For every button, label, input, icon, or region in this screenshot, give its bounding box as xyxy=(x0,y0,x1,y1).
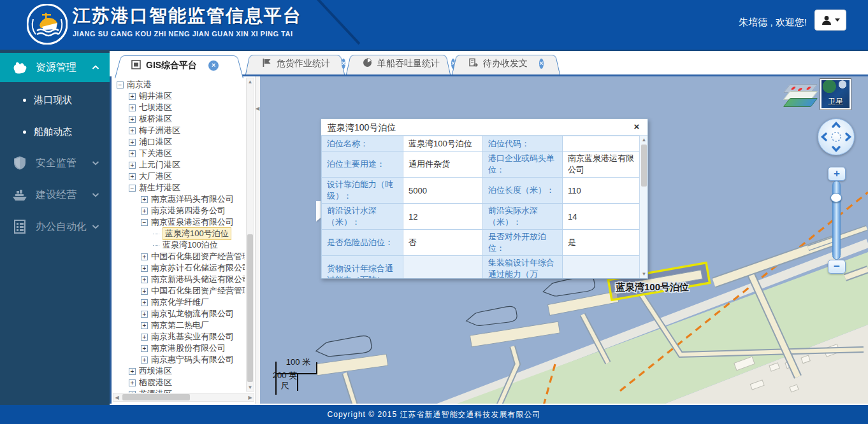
expand-node-icon[interactable]: + xyxy=(141,322,148,329)
tree-node-label[interactable]: 南京第二热电厂 xyxy=(151,320,209,331)
expand-node-icon[interactable]: + xyxy=(129,173,136,180)
scroll-thumb[interactable] xyxy=(122,394,190,400)
expand-node-icon[interactable]: + xyxy=(141,299,148,306)
tree-node-label[interactable]: 蓝泉湾100号泊位 xyxy=(163,227,231,240)
panel-splitter[interactable]: ◀ xyxy=(255,76,260,404)
tree-node-18[interactable]: +中国石化集团资产经营管理有 xyxy=(114,285,245,297)
tree-node-8[interactable]: +大厂港区 xyxy=(114,171,245,182)
expand-node-icon[interactable]: + xyxy=(129,127,136,134)
tree-node-label[interactable]: 南京港第四港务公司 xyxy=(151,205,226,216)
tree-node-label[interactable]: 中国石化集团资产经营管理有 xyxy=(151,285,245,297)
expand-node-icon[interactable]: + xyxy=(129,139,136,146)
expand-node-icon[interactable]: + xyxy=(141,276,148,283)
expand-node-icon[interactable]: + xyxy=(141,288,148,295)
expand-node-icon[interactable]: + xyxy=(129,104,136,111)
tree-node-label[interactable]: 栖霞港区 xyxy=(139,377,172,388)
tree-node-label[interactable]: 南京蓝泉港运有限公司 xyxy=(151,216,234,228)
tree-node-label[interactable]: 浦口港区 xyxy=(139,136,172,148)
tree-node-label[interactable]: 南京苏计石化储运有限公司 xyxy=(151,262,245,274)
tree-node-label[interactable]: 南京化学纤维厂 xyxy=(151,297,209,308)
scroll-left-icon[interactable]: ◀ xyxy=(113,394,120,401)
tree-node-label[interactable]: 新生圩港区 xyxy=(139,182,180,194)
tree-node-14[interactable]: 蓝泉湾100泊位 xyxy=(114,239,245,251)
tree-node-label[interactable]: 板桥港区 xyxy=(139,113,172,125)
tree-node-16[interactable]: +南京苏计石化储运有限公司 xyxy=(114,262,245,274)
sidebar-item-2[interactable]: 建设经营 xyxy=(0,180,110,209)
tree-node-label[interactable]: 南京港 xyxy=(127,79,152,90)
tab-close-icon[interactable]: × xyxy=(208,60,219,71)
tree-node-26[interactable]: +栖霞港区 xyxy=(114,377,245,388)
scroll-right-icon[interactable]: ▶ xyxy=(247,394,254,401)
tree-node-label[interactable]: 大厂港区 xyxy=(139,171,172,182)
tree-node-13[interactable]: 蓝泉湾100号泊位 xyxy=(114,228,245,239)
tree-node-label[interactable]: 下关港区 xyxy=(139,148,172,159)
layers-control-icon[interactable] xyxy=(783,84,818,111)
tree-node-19[interactable]: +南京化学纤维厂 xyxy=(114,297,245,308)
expand-node-icon[interactable]: + xyxy=(141,311,148,318)
tree-node-label[interactable]: 梅子洲港区 xyxy=(139,125,180,136)
tree-node-23[interactable]: +南京港股份有限公司 xyxy=(114,343,245,354)
tree-node-label[interactable]: 上元门港区 xyxy=(139,159,180,171)
tab-1[interactable]: 危货作业统计× xyxy=(245,53,345,74)
expand-node-icon[interactable]: + xyxy=(129,379,136,386)
tree-node-5[interactable]: +浦口港区 xyxy=(114,136,245,148)
tree-node-0[interactable]: −南京港 xyxy=(114,79,245,90)
tree-node-label[interactable]: 南京新港码头储运有限公司 xyxy=(151,274,245,285)
tree-node-label[interactable]: 西坝港区 xyxy=(139,365,172,377)
tree-node-20[interactable]: +南京弘龙物流有限公司 xyxy=(114,308,245,320)
expand-node-icon[interactable]: + xyxy=(141,253,148,260)
tree-node-11[interactable]: +南京港第四港务公司 xyxy=(114,205,245,216)
map-pan-control[interactable] xyxy=(818,118,855,155)
scroll-up-icon[interactable]: ▲ xyxy=(640,136,647,143)
tree-node-7[interactable]: +上元门港区 xyxy=(114,159,245,171)
scroll-down-icon[interactable]: ▼ xyxy=(247,384,254,391)
tree-node-2[interactable]: +七坝港区 xyxy=(114,102,245,113)
tree-node-12[interactable]: −南京蓝泉港运有限公司 xyxy=(114,216,245,228)
collapse-node-icon[interactable]: − xyxy=(141,219,148,226)
tree-node-6[interactable]: +下关港区 xyxy=(114,148,245,159)
tree-node-9[interactable]: −新生圩港区 xyxy=(114,182,245,194)
tree-node-1[interactable]: +铜井港区 xyxy=(114,90,245,102)
tree-vertical-scrollbar[interactable]: ▲ ▼ xyxy=(246,78,254,392)
expand-node-icon[interactable]: + xyxy=(141,345,148,352)
tree-node-label[interactable]: 七坝港区 xyxy=(139,102,172,113)
collapse-node-icon[interactable]: − xyxy=(117,81,124,88)
tab-close-icon[interactable]: × xyxy=(342,59,345,69)
tab-close-icon[interactable]: × xyxy=(539,59,544,69)
expand-node-icon[interactable]: + xyxy=(141,334,148,341)
expand-node-icon[interactable]: + xyxy=(141,265,148,272)
tree-node-label[interactable]: 南京弘龙物流有限公司 xyxy=(151,308,234,320)
tab-3[interactable]: 待办收发文× xyxy=(452,53,560,74)
zoom-in-button[interactable]: + xyxy=(828,167,846,181)
tree-horizontal-scrollbar[interactable]: ◀ ▶ xyxy=(113,393,254,402)
zoom-out-button[interactable]: − xyxy=(828,260,846,274)
sidebar-item-1[interactable]: 安全监管 xyxy=(0,148,110,178)
tree-node-22[interactable]: +南京兆基实业有限公司 xyxy=(114,331,245,343)
sidebar-item-3[interactable]: 办公自动化 xyxy=(0,212,110,241)
scroll-thumb[interactable] xyxy=(641,145,647,187)
tab-0[interactable]: GIS综合平台× xyxy=(115,53,243,78)
expand-node-icon[interactable]: + xyxy=(129,368,136,375)
tree-node-label[interactable]: 南京港股份有限公司 xyxy=(151,343,226,354)
tab-2[interactable]: 单船吞吐量统计× xyxy=(346,53,451,74)
scroll-down-icon[interactable]: ▼ xyxy=(640,271,647,278)
expand-node-icon[interactable]: + xyxy=(141,357,148,364)
tree-node-10[interactable]: +南京惠洋码头有限公司 xyxy=(114,194,245,205)
tree-node-15[interactable]: +中国石化集团资产经营管理有 xyxy=(114,251,245,262)
tree-node-21[interactable]: +南京第二热电厂 xyxy=(114,320,245,331)
collapse-node-icon[interactable]: − xyxy=(129,185,136,192)
expand-node-icon[interactable]: + xyxy=(129,93,136,100)
pan-left-icon[interactable] xyxy=(823,134,827,140)
expand-node-icon[interactable]: + xyxy=(129,116,136,123)
scroll-up-icon[interactable]: ▲ xyxy=(247,78,254,85)
sidebar-subitem-0[interactable]: 港口现状 xyxy=(0,89,110,111)
tree-node-3[interactable]: +板桥港区 xyxy=(114,113,245,125)
user-menu-button[interactable] xyxy=(814,10,846,31)
close-icon[interactable]: × xyxy=(631,121,642,132)
tree-node-label[interactable]: 南京惠洋码头有限公司 xyxy=(151,194,234,205)
scroll-thumb[interactable] xyxy=(247,234,253,382)
tree-node-24[interactable]: +南京惠宁码头有限公司 xyxy=(114,354,245,365)
pan-right-icon[interactable] xyxy=(846,134,850,140)
tree-node-4[interactable]: +梅子洲港区 xyxy=(114,125,245,136)
tree-node-label[interactable]: 铜井港区 xyxy=(139,90,172,102)
